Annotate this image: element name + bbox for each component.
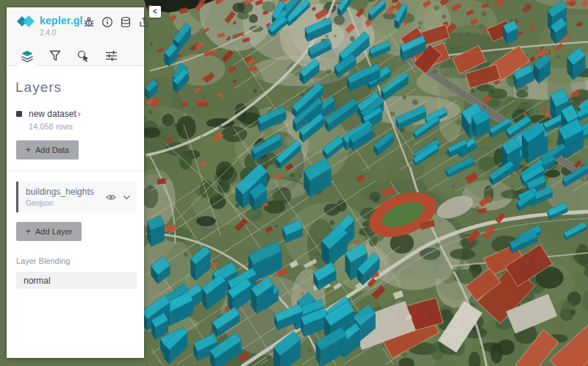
- divider: [7, 171, 144, 171]
- export-icon[interactable]: [138, 16, 150, 28]
- add-layer-button[interactable]: + Add Layer: [16, 222, 82, 241]
- dataset-info: new dataset› 14,058 rows: [29, 109, 81, 131]
- logo-row: kepler.gl 2.4.0: [17, 15, 135, 37]
- visibility-eye-icon[interactable]: [106, 194, 116, 201]
- layer-panel-buildings-heights[interactable]: buildings_heights Geojson: [16, 182, 137, 212]
- app-version: 2.4.0: [40, 29, 83, 37]
- add-layer-label: Add Layer: [35, 227, 72, 236]
- layer-name: buildings_heights: [26, 187, 99, 197]
- add-data-button[interactable]: + Add Data: [16, 140, 79, 159]
- tab-filters[interactable]: [46, 46, 65, 65]
- dataset-color-swatch: [16, 111, 22, 117]
- chevron-right-icon: ›: [78, 109, 81, 119]
- panel-title: Layers: [15, 79, 137, 96]
- add-data-label: Add Data: [35, 146, 69, 154]
- plus-icon: +: [26, 227, 31, 236]
- filter-funnel-icon: [49, 50, 61, 62]
- side-panel: kepler.gl 2.4.0: [7, 7, 144, 358]
- title-column: kepler.gl 2.4.0: [40, 15, 83, 37]
- panel-header: kepler.gl 2.4.0: [7, 7, 144, 66]
- database-icon[interactable]: [120, 16, 132, 28]
- dataset-name: new dataset: [29, 109, 76, 119]
- chevron-left-icon: <: [153, 8, 157, 15]
- app-title: kepler.gl: [40, 15, 83, 26]
- layer-blending-select[interactable]: normal: [16, 272, 137, 289]
- plus-icon: +: [26, 146, 31, 154]
- tab-layers[interactable]: [18, 46, 37, 65]
- dataset-item[interactable]: new dataset› 14,058 rows: [14, 109, 137, 131]
- layer-text: buildings_heights Geojson: [26, 187, 99, 207]
- sidebar-collapse-button[interactable]: <: [149, 6, 161, 18]
- kepler-logo-icon: [17, 15, 35, 32]
- layers-icon: [21, 50, 34, 62]
- layer-blending-value: normal: [24, 276, 51, 286]
- layer-type: Geojson: [26, 199, 99, 207]
- chevron-down-icon[interactable]: [123, 195, 131, 200]
- side-panel-tabs: [17, 46, 135, 65]
- header-icons: [83, 15, 150, 28]
- tab-map-settings[interactable]: [101, 46, 121, 65]
- cursor-click-icon: [77, 50, 90, 62]
- tab-interactions[interactable]: [74, 46, 93, 65]
- sliders-icon: [105, 50, 118, 62]
- bug-icon[interactable]: [83, 16, 95, 28]
- dataset-row-count: 14,058 rows: [29, 122, 81, 131]
- info-icon[interactable]: [101, 16, 113, 28]
- layers-panel: Layers new dataset› 14,058 rows + Add Da…: [7, 66, 144, 358]
- layer-blending-label: Layer Blending: [16, 256, 137, 265]
